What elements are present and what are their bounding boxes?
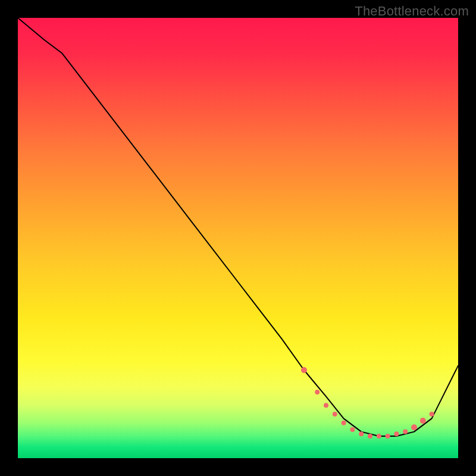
highlight-markers [301, 367, 434, 439]
marker-dot [377, 434, 381, 439]
marker-dot [368, 434, 372, 439]
plot-area [18, 18, 458, 458]
marker-dot [301, 367, 307, 373]
watermark-text: TheBottleneck.com [355, 4, 469, 19]
marker-dot [333, 412, 337, 416]
marker-dot [315, 390, 320, 394]
curve-layer [18, 18, 458, 458]
marker-dot [359, 431, 364, 436]
marker-dot [394, 431, 399, 436]
marker-dot [342, 421, 346, 425]
chart-stage: TheBottleneck.com [0, 0, 476, 476]
marker-dot [403, 430, 408, 434]
marker-dot [420, 418, 426, 424]
marker-dot [324, 403, 328, 408]
marker-dot [411, 424, 417, 430]
marker-dot [350, 427, 355, 432]
marker-dot [386, 434, 390, 439]
marker-dot [430, 412, 434, 416]
bottleneck-curve [18, 18, 458, 436]
